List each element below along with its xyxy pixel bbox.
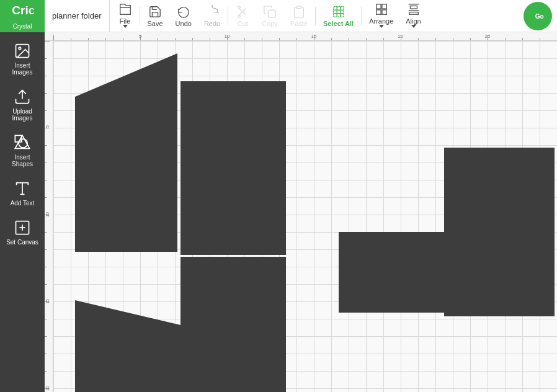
svg-rect-5	[268, 10, 275, 17]
insert-shapes-label: Insert Shapes	[12, 154, 33, 167]
file-label: File	[120, 17, 131, 25]
sidebar-item-add-text[interactable]: Add Text	[0, 174, 45, 213]
file-button[interactable]: File	[112, 0, 138, 32]
svg-rect-15	[382, 10, 386, 14]
insert-images-label: Insert Images	[12, 62, 33, 76]
separator	[140, 7, 140, 25]
svg-rect-13	[382, 4, 386, 9]
paste-button[interactable]: Paste	[284, 0, 314, 32]
shape-5[interactable]	[444, 148, 555, 316]
toolbar: Cricut Crystal planner folder File Save	[0, 0, 557, 32]
ruler-top: 51015202530	[53, 32, 557, 41]
shape-6	[75, 300, 180, 392]
cricut-logo: Cricut	[11, 2, 33, 22]
save-label: Save	[148, 20, 163, 27]
set-canvas-label: Set Canvas	[6, 239, 38, 246]
add-text-label: Add Text	[11, 200, 35, 207]
go-button[interactable]: Go	[524, 2, 552, 30]
upload-images-label: Upload Images	[12, 108, 33, 122]
svg-text:Go: Go	[535, 13, 544, 20]
svg-rect-6	[296, 6, 301, 8]
select-all-button[interactable]: Select All	[317, 0, 360, 32]
svg-point-2	[238, 6, 241, 8]
shape-1	[75, 53, 177, 252]
shape-2[interactable]	[180, 81, 286, 255]
canvas-grid[interactable]	[53, 41, 557, 392]
redo-label: Redo	[204, 20, 220, 27]
arrange-button[interactable]: Arrange	[363, 0, 399, 32]
sidebar-item-upload-images[interactable]: Upload Images	[0, 82, 45, 128]
undo-button[interactable]: Undo	[169, 0, 198, 32]
user-name: Crystal	[12, 23, 32, 30]
sidebar-item-insert-images[interactable]: Insert Images	[0, 36, 45, 82]
svg-point-1	[238, 15, 241, 17]
sidebar-item-insert-shapes[interactable]: Insert Shapes	[0, 128, 45, 174]
separator	[315, 7, 316, 25]
project-name: planner folder	[52, 11, 102, 20]
svg-rect-19	[409, 12, 418, 15]
svg-point-22	[19, 47, 21, 50]
save-button[interactable]: Save	[141, 0, 169, 32]
toolbar-tools: File Save Undo R	[110, 0, 519, 32]
undo-label: Undo	[176, 20, 192, 27]
canvas-area[interactable]: 51015202530 5101520	[45, 32, 557, 392]
separator	[228, 7, 228, 25]
align-button[interactable]: Align	[399, 0, 427, 32]
redo-button[interactable]: Redo	[198, 0, 226, 32]
svg-marker-31	[75, 300, 180, 392]
svg-marker-30	[75, 53, 177, 252]
svg-rect-7	[333, 6, 344, 17]
sidebar: Insert Images Upload Images Insert Shape…	[0, 32, 45, 392]
align-label: Align	[406, 17, 421, 25]
svg-rect-12	[376, 4, 380, 9]
select-all-label: Select All	[323, 20, 354, 27]
svg-text:Cricut: Cricut	[12, 4, 33, 17]
logo-area[interactable]: Cricut Crystal	[0, 0, 45, 32]
arrange-label: Arrange	[369, 17, 393, 25]
copy-button[interactable]: Copy	[256, 0, 284, 32]
svg-rect-14	[376, 10, 380, 14]
copy-label: Copy	[262, 20, 278, 27]
ruler-corner	[45, 32, 53, 41]
cut-label: Cut	[238, 20, 248, 27]
ruler-left: 5101520	[45, 41, 53, 392]
paste-label: Paste	[290, 20, 308, 27]
cut-button[interactable]: Cut	[229, 0, 256, 32]
shape-4[interactable]	[339, 232, 444, 313]
separator	[361, 7, 362, 25]
sidebar-item-set-canvas[interactable]: Set Canvas	[0, 213, 45, 252]
shape-3[interactable]	[180, 257, 286, 392]
svg-rect-17	[410, 6, 417, 9]
